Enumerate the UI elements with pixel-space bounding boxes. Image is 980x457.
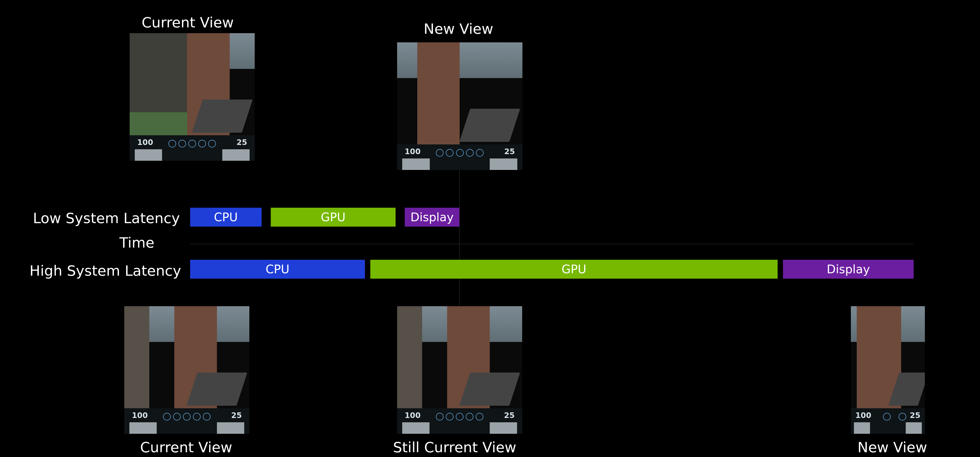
caption-current-view-top: Current View (142, 14, 234, 30)
label-time: Time (88, 234, 154, 251)
caption-still-current-view: Still Current View (393, 439, 516, 455)
latency-diagram: Current View 10025 New View 10025 Low Sy… (0, 0, 980, 457)
low-cpu-bar: CPU (190, 208, 262, 226)
time-axis (190, 244, 914, 244)
hud-hp: 100 (137, 138, 153, 147)
low-display-bar: Display (405, 208, 460, 226)
high-display-bar: Display (783, 260, 914, 279)
hud-ammo: 25 (237, 138, 247, 147)
caption-new-view-top: New View (424, 21, 493, 37)
reference-vline (459, 170, 460, 315)
thumb-high-current: 10025 (124, 306, 249, 434)
low-gpu-bar: GPU (271, 208, 396, 226)
label-low-latency: Low System Latency (22, 210, 180, 226)
label-high-latency: High System Latency (13, 262, 181, 279)
thumb-low-current: 10025 (130, 33, 255, 161)
caption-new-view-bottom: New View (858, 439, 927, 455)
thumb-low-new: 10025 (397, 42, 522, 170)
high-gpu-bar: GPU (370, 260, 778, 279)
thumb-high-still: 10025 (397, 306, 522, 434)
thumb-high-new: 10025 (851, 306, 925, 434)
caption-current-view-bottom: Current View (140, 439, 232, 455)
high-cpu-bar: CPU (190, 260, 365, 279)
